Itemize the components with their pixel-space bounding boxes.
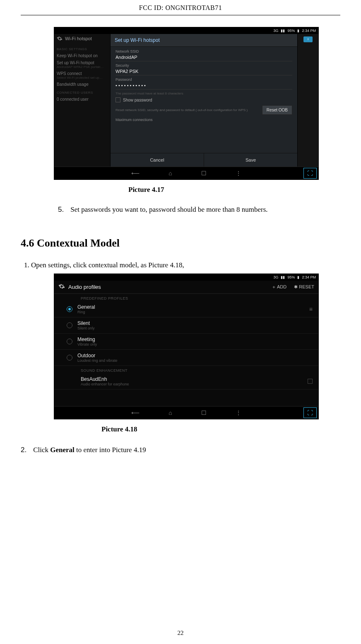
security-select[interactable]: WPA2 PSK: [116, 69, 292, 75]
audio-header: Audio profiles ＋ ADD ✱ RESET: [54, 281, 318, 294]
bes-checkbox[interactable]: [308, 379, 313, 384]
paragraph: 1. Open settings, click contextual model…: [24, 261, 340, 269]
radio-icon[interactable]: [67, 306, 72, 312]
nav-bar: ⟵ ⌂ ☐ ⋮ ⛶: [54, 167, 318, 179]
left-item-sub: Select Wi-Fi protected set up…: [57, 76, 108, 80]
settings-left-panel: Wi-Fi hotspot BASIC SETTINGS Keep Wi-Fi …: [54, 34, 110, 167]
list-number: 2.: [21, 446, 26, 454]
left-item-sub: AndroidAP WPA2 PSK portab…: [57, 65, 108, 69]
password-hint: The password must have at least 8 charac…: [116, 92, 292, 95]
radio-icon[interactable]: [67, 339, 72, 344]
sliders-icon[interactable]: ≡: [309, 306, 313, 312]
back-icon[interactable]: ⟵: [131, 409, 140, 416]
status-time: 2:34 PM: [302, 29, 316, 33]
bes-sub: Audio enhancer for earphone: [81, 382, 303, 386]
screenshot-icon[interactable]: ⛶: [303, 168, 317, 179]
left-item[interactable]: WPS connect: [57, 71, 108, 76]
figure-caption: Picture 4.18: [101, 425, 340, 433]
profile-row-outdoor[interactable]: Outdoor Loudest ring and vibrate: [54, 350, 318, 366]
signal-icon: ▮▮: [281, 275, 285, 279]
menu-icon[interactable]: ⋮: [236, 170, 241, 177]
profile-sub: Silent only: [77, 326, 313, 330]
security-label: Security: [116, 63, 292, 68]
profile-row-silent[interactable]: Silent Silent only: [54, 317, 318, 334]
gear-icon: [58, 283, 65, 291]
audio-title: Audio profiles: [68, 284, 101, 290]
save-button[interactable]: Save: [204, 153, 297, 167]
profile-title: General: [77, 304, 304, 310]
show-password-label: Show password: [123, 98, 152, 102]
screenshot-audio-profiles: 3G ▮▮ 95% ▮ 2:34 PM Audio profiles ＋ ADD…: [54, 274, 319, 419]
section-connected: CONNECTED USERS: [57, 91, 108, 94]
show-password-checkbox[interactable]: [116, 97, 120, 102]
password-label: Password: [116, 77, 292, 82]
status-bar: 3G ▮▮ 95% ▮ 2:34 PM: [54, 27, 318, 34]
menu-icon[interactable]: ⋮: [236, 409, 241, 416]
dialog-title: Set up Wi-Fi hotspot: [111, 34, 297, 47]
profile-sub: Ring: [77, 310, 304, 314]
signal-text: 3G: [273, 29, 278, 33]
fcc-id: ONGNITROTAB71: [165, 4, 222, 11]
page-number: 22: [0, 629, 361, 637]
fcc-label: FCC ID:: [139, 4, 164, 11]
profile-title: Meeting: [77, 337, 313, 342]
radio-icon[interactable]: [67, 355, 72, 361]
besaudenh-row[interactable]: BesAudEnh Audio enhancer for earphone: [54, 373, 318, 390]
cancel-button[interactable]: Cancel: [111, 153, 204, 167]
left-item[interactable]: Keep Wi-Fi hotspot on: [57, 53, 108, 58]
recents-icon[interactable]: ☐: [201, 409, 207, 416]
section-predefined: PREDEFINED PROFILES: [54, 294, 318, 301]
radio-icon[interactable]: [67, 322, 72, 328]
add-button[interactable]: ＋ ADD: [272, 284, 287, 290]
profile-sub: Vibrate only: [77, 342, 313, 346]
battery-icon: ▮: [297, 275, 299, 279]
nav-bar: ⟵ ⌂ ☐ ⋮ ⛶: [54, 406, 318, 419]
signal-icon: ▮▮: [281, 29, 285, 33]
profile-sub: Loudest ring and vibrate: [77, 358, 313, 363]
reset-button[interactable]: ✱ RESET: [294, 284, 314, 290]
home-icon[interactable]: ⌂: [168, 170, 172, 177]
list-item-5: 5. Set passwords you want to, password s…: [58, 206, 340, 214]
hotspot-toggle[interactable]: I: [303, 36, 313, 42]
page-header: FCC ID: ONGNITROTAB71: [21, 0, 340, 15]
section-basic: BASIC SETTINGS: [57, 47, 108, 51]
profile-title: Outdoor: [77, 353, 313, 358]
list-text: Set passwords you want to, password shou…: [70, 206, 267, 214]
left-item[interactable]: Bandwidth usage: [57, 82, 108, 87]
password-input[interactable]: • • • • • • • • • • •: [116, 83, 292, 90]
figure-caption: Picture 4.17: [128, 186, 340, 194]
profile-title: Silent: [77, 320, 313, 326]
bes-title: BesAudEnh: [81, 376, 303, 382]
screenshot-wifi-hotspot: 3G ▮▮ 95% ▮ 2:34 PM Wi-Fi hotspot BASIC …: [54, 27, 319, 180]
list-item-2: 2. Click General to enter into Picture 4…: [21, 446, 340, 454]
left-item: 0 connected user: [57, 97, 108, 102]
gear-icon: [57, 36, 63, 41]
list-text: Click General to enter into Picture 4.19: [33, 446, 146, 454]
back-icon[interactable]: ⟵: [131, 170, 140, 177]
profile-row-meeting[interactable]: Meeting Vibrate only: [54, 334, 318, 350]
list-number: 5.: [58, 206, 64, 214]
status-bar: 3G ▮▮ 95% ▮ 2:34 PM: [54, 274, 318, 281]
home-icon[interactable]: ⌂: [168, 409, 172, 416]
battery-pct: 95%: [287, 275, 295, 279]
profile-row-general[interactable]: General Ring ≡: [54, 301, 318, 317]
status-time: 2:34 PM: [302, 275, 316, 279]
reset-description: Reset network SSID, security and passwor…: [116, 108, 259, 112]
left-item[interactable]: Set up Wi-Fi hotspot: [57, 61, 108, 65]
reset-oob-button[interactable]: Reset OOB: [262, 105, 292, 115]
ssid-label: Network SSID: [116, 49, 292, 53]
wifi-hotspot-dialog: Set up Wi-Fi hotspot Network SSID Androi…: [110, 34, 297, 167]
screenshot-icon[interactable]: ⛶: [303, 407, 317, 418]
recents-icon[interactable]: ☐: [201, 170, 207, 177]
left-title: Wi-Fi hotspot: [65, 36, 92, 41]
max-conn-label: Maximum connections: [116, 118, 292, 122]
battery-pct: 95%: [287, 29, 295, 33]
signal-text: 3G: [273, 275, 278, 279]
battery-icon: ▮: [297, 29, 299, 33]
section-sound-enh: SOUND ENHANCEMENT: [54, 366, 318, 373]
ssid-input[interactable]: AndroidAP: [116, 55, 292, 61]
right-strip: I: [297, 34, 318, 167]
section-heading: 4.6 Contextual Model: [21, 237, 340, 249]
